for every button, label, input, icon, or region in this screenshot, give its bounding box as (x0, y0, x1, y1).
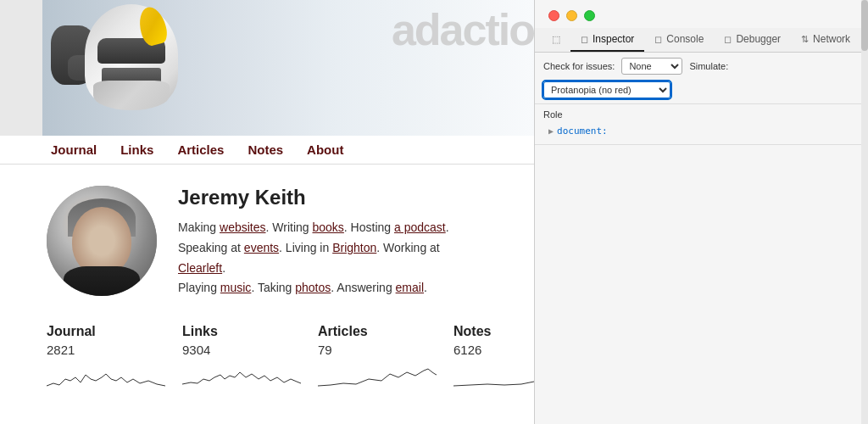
tab-picker[interactable]: ⬚ (542, 28, 570, 52)
bio-link-events[interactable]: events (244, 241, 279, 254)
picker-icon: ⬚ (552, 34, 560, 45)
tab-inspector-label: Inspector (593, 33, 634, 45)
profile-name: Jeremy Keith (178, 186, 487, 209)
tab-debugger-label: Debugger (736, 33, 781, 45)
bio-link-clearleft[interactable]: Clearleft (178, 261, 222, 275)
stat-links: Links 9304 (182, 324, 318, 391)
scrollbar[interactable] (861, 0, 868, 424)
stat-journal-count: 2821 (47, 343, 165, 357)
profile-section: Jeremy Keith Making websites. Writing bo… (0, 165, 534, 315)
accessibility-toolbar: Check for issues: None All Contrast Simu… (535, 53, 868, 104)
bio-link-websites[interactable]: websites (220, 220, 265, 234)
check-issues-label: Check for issues: (543, 61, 615, 71)
bio-link-photos[interactable]: photos (295, 281, 331, 294)
maximize-button[interactable] (584, 10, 595, 21)
scrollbar-thumb[interactable] (861, 0, 868, 51)
bio-link-brighton[interactable]: Brighton (332, 241, 376, 254)
network-icon: ⇅ (801, 34, 809, 45)
simulate-select[interactable]: Protanopia (no red) Deuteranopia (no gre… (543, 81, 670, 98)
header-banner: adactio (0, 0, 534, 136)
role-tree-item[interactable]: ▶ document: (543, 123, 860, 139)
role-title: Role (543, 109, 860, 120)
stat-links-label: Links (182, 324, 301, 339)
console-icon: ◻ (654, 34, 662, 45)
sparkline-journal (47, 362, 165, 388)
website-area: adactio Journal Links Articles Notes Abo… (0, 0, 534, 424)
tab-console-label: Console (666, 33, 704, 45)
tab-console[interactable]: ◻ Console (644, 28, 714, 52)
bio-link-email[interactable]: email (396, 281, 424, 294)
devtools-tabs: ⬚ ◻ Inspector ◻ Console ◻ Debugger ⇅ Net… (535, 28, 868, 53)
sparkline-articles (318, 362, 437, 388)
stat-articles: Articles 79 (318, 324, 453, 391)
avatar-image (47, 186, 157, 296)
stat-articles-label: Articles (318, 324, 437, 339)
profile-info: Jeremy Keith Making websites. Writing bo… (178, 186, 487, 298)
stat-journal-label: Journal (47, 324, 165, 339)
simulate-label: Simulate: (689, 61, 728, 71)
role-section: Role ▶ document: (535, 104, 868, 145)
stats-section: Journal 2821 Links 9304 Articles 79 Note… (0, 315, 534, 399)
tab-network[interactable]: ⇅ Network (791, 28, 860, 52)
site-logo: adactio (392, 4, 534, 55)
devtools-panel: ⬚ ◻ Inspector ◻ Console ◻ Debugger ⇅ Net… (534, 0, 868, 424)
role-document-value: document: (557, 126, 608, 137)
avatar-face (72, 207, 131, 275)
check-issues-select[interactable]: None All Contrast (621, 58, 682, 75)
profile-bio: Making websites. Writing books. Hosting … (178, 218, 487, 298)
helmet-chin (93, 81, 170, 110)
tab-inspector[interactable]: ◻ Inspector (570, 28, 644, 52)
close-button[interactable] (548, 10, 559, 21)
inspector-icon: ◻ (581, 34, 588, 45)
nav-notes[interactable]: Notes (248, 142, 283, 157)
stat-journal: Journal 2821 (47, 324, 182, 391)
tree-arrow-icon: ▶ (548, 126, 554, 136)
avatar-body (64, 266, 140, 296)
stat-articles-count: 79 (318, 343, 437, 357)
main-navigation: Journal Links Articles Notes About (0, 136, 534, 165)
bio-link-podcast[interactable]: a podcast (394, 220, 446, 234)
sparkline-links (182, 362, 301, 388)
nav-about[interactable]: About (307, 142, 343, 157)
nav-journal[interactable]: Journal (51, 142, 97, 157)
traffic-lights (535, 0, 868, 28)
bio-link-music[interactable]: music (220, 281, 252, 294)
avatar (47, 186, 157, 296)
stormtrooper-helmet (76, 0, 186, 123)
nav-articles[interactable]: Articles (177, 142, 224, 157)
debugger-icon: ◻ (724, 34, 732, 45)
tab-debugger[interactable]: ◻ Debugger (714, 28, 791, 52)
nav-links[interactable]: Links (120, 142, 153, 157)
tab-network-label: Network (813, 33, 850, 45)
stat-links-count: 9304 (182, 343, 301, 357)
minimize-button[interactable] (566, 10, 577, 21)
bio-link-books[interactable]: books (312, 220, 343, 234)
